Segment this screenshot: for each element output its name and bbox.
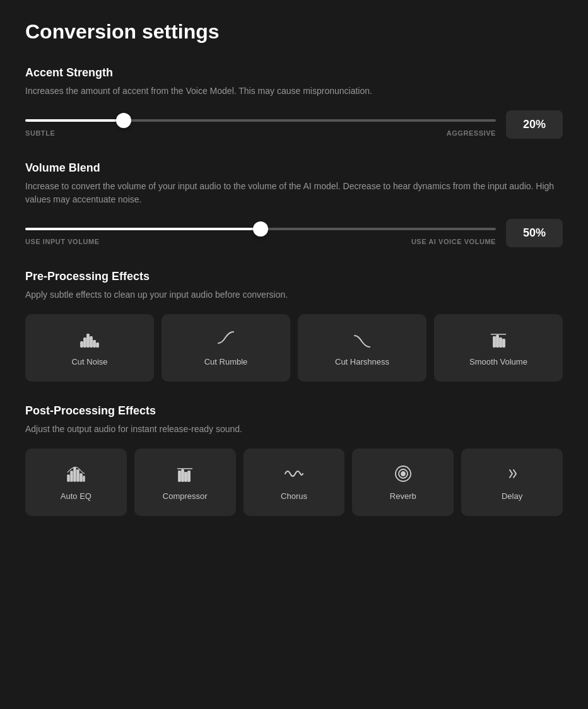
svg-point-22 bbox=[401, 472, 405, 476]
accent-strength-slider-wrapper: SUBTLE AGGRESSIVE bbox=[25, 113, 496, 137]
delay-button[interactable]: Delay bbox=[461, 448, 563, 516]
post-processing-title: Post-Processing Effects bbox=[25, 404, 563, 418]
cut-harshness-button[interactable]: Cut Harshness bbox=[298, 314, 426, 382]
accent-strength-slider[interactable] bbox=[25, 119, 496, 122]
accent-strength-control: SUBTLE AGGRESSIVE 20% bbox=[25, 110, 563, 139]
svg-rect-10 bbox=[503, 339, 505, 347]
cut-rumble-label: Cut Rumble bbox=[204, 357, 248, 366]
svg-rect-0 bbox=[81, 342, 83, 347]
reverb-icon bbox=[393, 464, 413, 484]
svg-rect-15 bbox=[80, 474, 82, 481]
svg-rect-7 bbox=[493, 337, 495, 347]
svg-rect-9 bbox=[500, 338, 502, 347]
delay-label: Delay bbox=[502, 491, 522, 501]
svg-rect-21 bbox=[188, 471, 190, 481]
cut-noise-button[interactable]: Cut Noise bbox=[25, 314, 154, 382]
volume-blend-labels: USE INPUT VOLUME USE AI VOICE VOLUME bbox=[25, 238, 496, 245]
reverb-button[interactable]: Reverb bbox=[352, 448, 454, 516]
post-processing-section: Post-Processing Effects Adjust the outpu… bbox=[25, 404, 563, 516]
cut-harshness-icon bbox=[352, 329, 372, 349]
accent-strength-labels: SUBTLE AGGRESSIVE bbox=[25, 129, 496, 137]
volume-blend-section: Volume Blend Increase to convert the vol… bbox=[25, 161, 563, 247]
page-title: Conversion settings bbox=[25, 20, 563, 44]
svg-rect-13 bbox=[74, 467, 76, 481]
volume-blend-slider-wrapper: USE INPUT VOLUME USE AI VOICE VOLUME bbox=[25, 221, 496, 245]
compressor-icon bbox=[175, 464, 195, 484]
reverb-label: Reverb bbox=[390, 491, 416, 501]
chorus-label: Chorus bbox=[281, 491, 307, 501]
accent-strength-section: Accent Strength Increases the amount of … bbox=[25, 66, 563, 139]
svg-rect-8 bbox=[497, 336, 498, 347]
volume-blend-value: 50% bbox=[506, 219, 563, 247]
cut-rumble-icon bbox=[216, 329, 236, 349]
svg-rect-20 bbox=[185, 472, 187, 481]
svg-rect-11 bbox=[68, 475, 69, 481]
svg-rect-19 bbox=[182, 470, 184, 481]
volume-blend-label-right: USE AI VOICE VOLUME bbox=[411, 238, 496, 245]
volume-blend-label-left: USE INPUT VOLUME bbox=[25, 238, 100, 245]
smooth-volume-icon bbox=[488, 329, 509, 349]
svg-rect-14 bbox=[77, 470, 79, 481]
svg-rect-18 bbox=[179, 471, 180, 481]
cut-harshness-label: Cut Harshness bbox=[335, 357, 389, 366]
chorus-icon bbox=[284, 464, 304, 484]
svg-rect-12 bbox=[71, 471, 73, 481]
accent-strength-value: 20% bbox=[506, 110, 563, 139]
volume-blend-desc: Increase to convert the volume of your i… bbox=[25, 180, 563, 206]
accent-strength-title: Accent Strength bbox=[25, 66, 563, 79]
auto-eq-button[interactable]: Auto EQ bbox=[25, 448, 127, 516]
delay-icon bbox=[502, 464, 522, 484]
svg-rect-1 bbox=[84, 338, 86, 347]
post-processing-effects-grid: Auto EQ Compressor Chorus bbox=[25, 448, 563, 516]
volume-blend-slider[interactable] bbox=[25, 228, 496, 230]
auto-eq-label: Auto EQ bbox=[61, 491, 91, 501]
auto-eq-icon bbox=[66, 464, 86, 484]
accent-strength-desc: Increases the amount of accent from the … bbox=[25, 85, 563, 98]
chorus-button[interactable]: Chorus bbox=[244, 448, 345, 516]
volume-blend-title: Volume Blend bbox=[25, 161, 563, 175]
compressor-label: Compressor bbox=[163, 491, 208, 501]
svg-rect-4 bbox=[93, 341, 95, 347]
pre-processing-title: Pre-Processing Effects bbox=[25, 270, 563, 283]
smooth-volume-label: Smooth Volume bbox=[469, 357, 527, 366]
smooth-volume-button[interactable]: Smooth Volume bbox=[434, 314, 563, 382]
post-processing-desc: Adjust the output audio for instant rele… bbox=[25, 423, 563, 436]
svg-rect-3 bbox=[90, 337, 92, 347]
cut-rumble-button[interactable]: Cut Rumble bbox=[162, 314, 290, 382]
svg-rect-5 bbox=[97, 343, 98, 347]
pre-processing-desc: Apply subtle effects to clean up your in… bbox=[25, 288, 563, 302]
cut-noise-label: Cut Noise bbox=[71, 357, 107, 366]
compressor-button[interactable]: Compressor bbox=[134, 448, 236, 516]
pre-processing-effects-grid: Cut Noise Cut Rumble Cut Harshness bbox=[25, 314, 563, 382]
pre-processing-section: Pre-Processing Effects Apply subtle effe… bbox=[25, 270, 563, 382]
volume-blend-control: USE INPUT VOLUME USE AI VOICE VOLUME 50% bbox=[25, 219, 563, 247]
accent-strength-label-right: AGGRESSIVE bbox=[447, 129, 496, 137]
accent-strength-label-left: SUBTLE bbox=[25, 129, 55, 137]
svg-rect-2 bbox=[87, 334, 89, 347]
svg-rect-16 bbox=[83, 476, 85, 481]
cut-noise-icon bbox=[79, 329, 100, 349]
